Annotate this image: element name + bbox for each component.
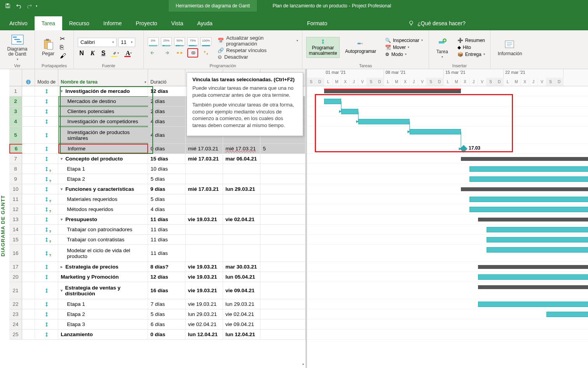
summary-bar[interactable] [478,285,588,289]
row-number[interactable]: 20 [9,272,22,282]
predecessor-cell[interactable] [260,174,305,184]
row-info[interactable] [22,319,35,329]
predecessor-cell[interactable] [260,282,305,299]
row-info[interactable] [22,174,35,184]
predecessor-cell[interactable]: 5 [260,144,305,153]
row-mode[interactable] [35,245,58,262]
row-number[interactable]: 10 [9,184,22,194]
schedule-manually-button[interactable]: Programar manualmente [306,37,340,58]
tab-proyecto[interactable]: Proyecto [129,16,164,30]
row-info[interactable] [22,164,35,174]
task-bar[interactable] [358,119,410,124]
start-cell[interactable] [186,174,223,184]
predecessor-cell[interactable] [260,154,305,164]
format-painter-icon[interactable]: 🖌 [60,52,66,59]
duration-cell[interactable]: 7 días [148,299,185,309]
finish-cell[interactable] [223,225,260,234]
duration-cell[interactable]: 11 días [148,245,185,262]
predecessor-cell[interactable] [260,215,305,224]
finish-cell[interactable]: lun 29.03.21 [223,184,260,194]
finish-cell[interactable]: lun 12.04.21 [223,330,260,339]
row-mode[interactable] [35,299,58,309]
task-name-cell[interactable]: Informe [58,144,148,153]
task-bar[interactable] [478,302,588,307]
row-mode[interactable] [35,96,58,106]
task-name-cell[interactable]: ▸Estrategia de precios [58,262,148,272]
predecessor-cell[interactable] [260,262,305,272]
finish-cell[interactable]: vie 02.04.21 [223,215,260,224]
start-cell[interactable] [186,235,223,244]
row-number[interactable]: 16 [9,245,22,262]
finish-cell[interactable]: vie 09.04.21 [223,282,260,299]
task-bar[interactable] [546,312,588,317]
row-number[interactable]: 8 [9,164,22,174]
row-number[interactable]: 9 [9,174,22,184]
duration-cell[interactable]: 5 días [148,194,185,204]
start-cell[interactable] [186,204,223,214]
duration-cell[interactable]: 4 días [148,117,185,126]
row-number[interactable]: 22 [9,299,22,309]
task-name-cell[interactable]: Modelar el ciclo de vida del producto [58,245,148,262]
duration-cell[interactable]: 5 días [148,174,185,184]
row-mode[interactable] [35,262,58,272]
unlink-tasks-button[interactable] [201,48,211,58]
insert-task-button[interactable]: Tarea ▾ [433,36,452,59]
task-name-cell[interactable]: Marketing y Promoción [58,272,148,282]
row-info[interactable] [22,245,35,262]
predecessor-cell[interactable] [260,272,305,282]
task-name-cell[interactable]: ▾Funciones y características [58,184,148,194]
summary-bar[interactable] [478,265,588,269]
task-bar[interactable] [478,274,588,280]
auto-schedule-button[interactable]: Autoprogramar [342,39,379,56]
move-button[interactable]: 📆Mover ▾ [384,44,424,51]
row-number[interactable]: 2 [9,96,22,106]
finish-cell[interactable] [223,204,260,214]
duration-cell[interactable]: 11 días [148,235,185,244]
predecessor-cell[interactable] [260,184,305,194]
tab-ayuda[interactable]: Ayuda [190,16,219,30]
underline-button[interactable]: S [99,49,107,57]
start-cell[interactable]: vie 02.04.21 [186,319,223,329]
duration-cell[interactable]: 8 días? [148,262,185,272]
start-cell[interactable] [186,225,223,234]
save-icon[interactable] [3,1,12,10]
task-bar[interactable] [469,197,588,202]
task-name-cell[interactable]: Etapa 2 [58,309,148,319]
row-mode[interactable] [35,154,58,164]
respect-links-button[interactable]: 🔗Respetar vínculos [218,47,298,53]
duration-cell[interactable]: 12 días [148,86,185,96]
finish-cell[interactable] [223,235,260,244]
row-info[interactable] [22,144,35,153]
row-mode[interactable] [35,164,58,174]
row-info[interactable] [22,330,35,339]
task-name-cell[interactable]: Mercados de destino [58,96,148,106]
row-info[interactable] [22,282,35,299]
font-color-button[interactable]: A▾ [124,49,134,57]
task-name-cell[interactable]: Etapa 1 [58,164,148,174]
row-mode[interactable] [35,127,58,143]
row-mode[interactable] [35,184,58,194]
task-row[interactable]: 17▸Estrategia de precios8 días?vie 19.03… [9,262,305,272]
predecessor-cell[interactable] [260,245,305,262]
finish-cell[interactable]: vie 09.04.21 [223,319,260,329]
task-name-cell[interactable]: Investigación de productos similares [58,127,148,143]
start-cell[interactable]: mié 17.03.21 [185,184,223,194]
task-name-cell[interactable]: Trabajar con contratistas [58,235,148,244]
task-row[interactable]: 8Etapa 110 días [9,164,305,174]
duration-cell[interactable]: 2 días [148,96,185,106]
task-name-cell[interactable]: Etapa 3 [58,319,148,329]
font-size-combo[interactable]: 11▾ [118,38,135,47]
finish-cell[interactable]: mar 30.03.21 [223,262,260,272]
task-bar[interactable] [487,247,588,253]
task-row[interactable]: 20Marketing y Promoción12 díasvie 19.03.… [9,272,305,282]
row-info[interactable] [22,309,35,319]
duration-cell[interactable]: 10 días [148,164,185,174]
row-number[interactable]: 12 [9,204,22,214]
row-number[interactable]: 4 [9,117,22,126]
task-bar[interactable] [410,129,461,134]
start-cell[interactable]: vie 19.03.21 [185,215,223,224]
task-row[interactable]: 24Etapa 36 díasvie 02.04.21vie 09.04.21 [9,319,305,330]
task-bar[interactable] [469,166,588,172]
task-row[interactable]: 21▾Estrategia de ventas y distribución16… [9,282,305,299]
gantt-view-button[interactable]: Diagrama de Gantt ▾ [4,33,31,61]
